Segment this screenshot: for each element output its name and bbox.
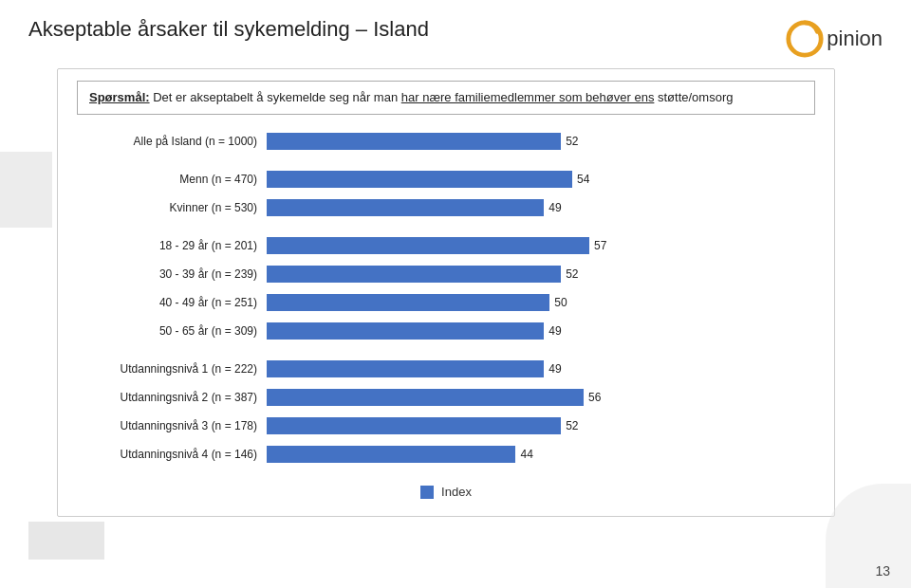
row-label: Menn (n = 470) — [77, 173, 267, 186]
row-label: Kvinner (n = 530) — [77, 201, 267, 214]
chart-spacer — [77, 156, 815, 166]
logo: pinion — [785, 19, 883, 59]
row-label: Utdanningsnivå 3 (n = 178) — [77, 419, 267, 432]
row-label: 30 - 39 år (n = 239) — [77, 267, 267, 281]
bar-area: 52 — [267, 261, 815, 287]
bar-area: 49 — [267, 356, 815, 382]
question-prefix: Spørsmål: — [89, 90, 150, 104]
row-label: Utdanningsnivå 2 (n = 387) — [77, 391, 267, 404]
chart-spacer — [77, 346, 815, 356]
question-suffix: støtte/omsorg — [654, 90, 733, 104]
question-box: Spørsmål: Det er akseptabelt å sykemelde… — [77, 81, 815, 115]
bar-area: 50 — [267, 289, 815, 316]
bar-value-label: 52 — [566, 267, 578, 281]
chart-row: Utdanningsnivå 3 (n = 178)52 — [77, 413, 815, 439]
question-text: Det er akseptabelt å sykemelde seg når m… — [150, 90, 401, 104]
row-label: Alle på Island (n = 1000) — [77, 135, 267, 148]
bar-value-label: 44 — [520, 448, 532, 461]
bar — [267, 171, 572, 188]
chart-row: Utdanningsnivå 4 (n = 146)44 — [77, 441, 815, 468]
bar-area: 44 — [267, 441, 815, 468]
chart-row: 18 - 29 år (n = 201)57 — [77, 232, 815, 259]
bar-value-label: 49 — [548, 201, 561, 214]
opinion-logo-icon — [785, 19, 825, 59]
logo-text: pinion — [827, 27, 883, 51]
row-label: 18 - 29 år (n = 201) — [77, 239, 267, 252]
decorative-blob-bottom — [28, 522, 104, 560]
chart-row: 30 - 39 år (n = 239)52 — [77, 261, 815, 287]
bar — [267, 389, 584, 406]
bar — [267, 322, 544, 340]
bar-area: 49 — [267, 194, 815, 221]
row-label: 40 - 49 år (n = 251) — [77, 296, 267, 309]
bar-value-label: 52 — [566, 135, 578, 148]
page: Akseptable årsaker til sykemelding – Isl… — [0, 0, 911, 588]
bar — [267, 294, 549, 311]
bar-value-label: 56 — [588, 391, 601, 404]
legend-area: Index — [77, 479, 815, 505]
chart-row: Menn (n = 470)54 — [77, 166, 815, 193]
chart-row: Alle på Island (n = 1000)52 — [77, 128, 815, 155]
bar-area: 52 — [267, 128, 815, 155]
row-label: 50 - 65 år (n = 309) — [77, 324, 267, 338]
bar — [267, 199, 544, 216]
bar-value-label: 49 — [548, 362, 561, 376]
bar — [267, 237, 589, 254]
bar — [267, 446, 515, 463]
chart-row: Utdanningsnivå 2 (n = 387)56 — [77, 384, 815, 411]
bar-area: 49 — [267, 318, 815, 344]
chart-row: 50 - 65 år (n = 309)49 — [77, 318, 815, 344]
bar — [267, 266, 561, 283]
row-label: Utdanningsnivå 1 (n = 222) — [77, 362, 267, 376]
bar — [267, 417, 561, 434]
page-number: 13 — [875, 563, 890, 579]
bar-value-label: 49 — [548, 324, 561, 338]
bar-area: 56 — [267, 384, 815, 411]
chart-row: Kvinner (n = 530)49 — [77, 194, 815, 221]
bar-area: 57 — [267, 232, 815, 259]
chart-spacer — [77, 223, 815, 232]
bar-value-label: 52 — [566, 419, 578, 432]
bar — [267, 133, 561, 150]
legend-color-box — [420, 486, 434, 499]
legend-label: Index — [441, 485, 472, 499]
bar-area: 54 — [267, 166, 815, 193]
decorative-blob-right — [826, 484, 911, 588]
bar-value-label: 50 — [554, 296, 567, 309]
bar — [267, 360, 544, 377]
bar-area: 52 — [267, 413, 815, 439]
bar-value-label: 57 — [594, 239, 606, 252]
header: Akseptable årsaker til sykemelding – Isl… — [28, 17, 883, 59]
page-title: Akseptable årsaker til sykemelding – Isl… — [28, 17, 785, 42]
question-underlined: har nære familiemedlemmer som behøver en… — [401, 90, 655, 104]
chart-row: Utdanningsnivå 1 (n = 222)49 — [77, 356, 815, 382]
decorative-blob-left — [0, 152, 52, 228]
chart-container: Spørsmål: Det er akseptabelt å sykemelde… — [57, 68, 835, 517]
bar-value-label: 54 — [577, 173, 589, 186]
chart-row: 40 - 49 år (n = 251)50 — [77, 289, 815, 316]
chart-area: Alle på Island (n = 1000)52Menn (n = 470… — [77, 128, 815, 469]
row-label: Utdanningsnivå 4 (n = 146) — [77, 448, 267, 461]
